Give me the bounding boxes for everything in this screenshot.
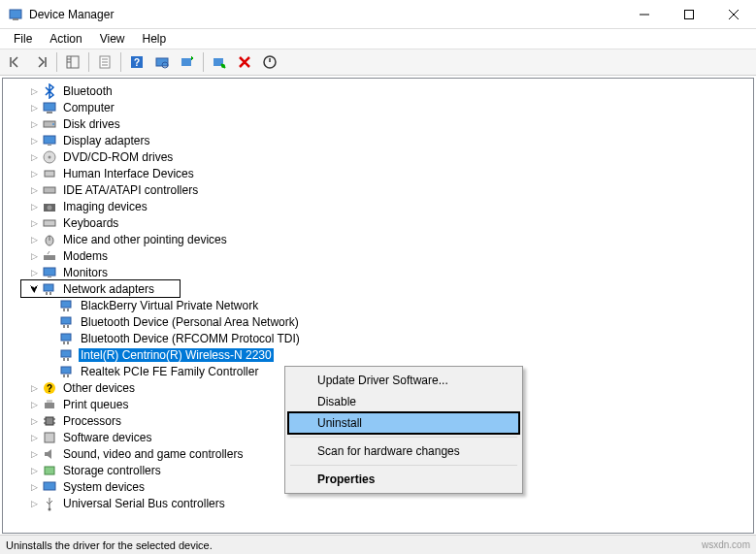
tree-item-monitors[interactable]: ▷ Monitors [3, 264, 753, 280]
tree-label: Mice and other pointing devices [61, 233, 229, 246]
forward-button[interactable] [29, 50, 52, 74]
svg-rect-31 [44, 187, 55, 193]
chevron-right-icon[interactable]: ▷ [26, 479, 42, 495]
svg-text:?: ? [47, 383, 52, 394]
svg-point-20 [221, 64, 225, 68]
ctx-disable[interactable]: Disable [288, 391, 519, 412]
tree-item-bluetooth-pan[interactable]: Bluetooth Device (Personal Area Network) [3, 313, 753, 330]
chevron-right-icon[interactable]: ▷ [26, 248, 42, 264]
svg-rect-39 [44, 268, 55, 276]
chevron-right-icon[interactable]: ▷ [26, 496, 42, 511]
chevron-right-icon[interactable]: ▷ [26, 182, 42, 198]
tree-item-network-adapters[interactable]: ⮟ Network adapters [3, 280, 753, 297]
watermark: wsxdn.com [702, 539, 750, 550]
chevron-right-icon[interactable]: ▷ [26, 380, 42, 396]
help-button[interactable]: ? [125, 50, 148, 74]
uninstall-device-button[interactable] [233, 50, 256, 74]
network-adapter-icon [59, 331, 75, 346]
svg-rect-55 [67, 358, 69, 361]
chevron-right-icon[interactable]: ▷ [26, 83, 42, 99]
menu-file[interactable]: File [6, 30, 40, 48]
chevron-right-icon[interactable]: ▷ [26, 215, 42, 231]
chevron-down-icon[interactable]: ⮟ [26, 281, 42, 297]
ctx-properties[interactable]: Properties [288, 469, 519, 490]
scan-hardware-button[interactable] [150, 50, 174, 74]
disable-device-button[interactable] [208, 50, 231, 74]
tree-item-bluetooth[interactable]: ▷ Bluetooth [3, 82, 753, 99]
menu-view[interactable]: View [92, 30, 133, 48]
tree-item-hid[interactable]: ▷ Human Interface Devices [3, 165, 753, 181]
mouse-icon [42, 232, 57, 247]
svg-rect-51 [63, 342, 65, 344]
close-button[interactable] [711, 0, 756, 29]
tree-label: Sound, video and game controllers [61, 447, 245, 461]
speaker-icon [42, 446, 57, 462]
chevron-right-icon[interactable]: ▷ [26, 166, 42, 181]
tree-label: Monitors [61, 266, 110, 279]
svg-rect-48 [63, 325, 65, 328]
tree-item-keyboards[interactable]: ▷ Keyboards [3, 214, 753, 231]
svg-rect-61 [45, 403, 54, 408]
svg-rect-53 [61, 350, 71, 357]
svg-rect-43 [49, 292, 51, 295]
chevron-right-icon[interactable]: ▷ [26, 446, 42, 462]
tree-label: Disk drives [61, 117, 122, 131]
chevron-right-icon[interactable]: ▷ [26, 133, 42, 148]
enable-device-button[interactable] [258, 50, 281, 74]
chevron-right-icon[interactable]: ▷ [26, 149, 42, 165]
chevron-right-icon[interactable]: ▷ [26, 116, 42, 132]
tree-item-imaging[interactable]: ▷ Imaging devices [3, 198, 753, 214]
svg-rect-0 [10, 10, 21, 18]
tree-item-disk-drives[interactable]: ▷ Disk drives [3, 115, 753, 132]
tree-item-computer[interactable]: ▷ Computer [3, 99, 753, 115]
tree-item-dvd-cdrom[interactable]: ▷ DVD/CD-ROM drives [3, 148, 753, 165]
tree-item-usb[interactable]: ▷ Universal Serial Bus controllers [3, 495, 753, 511]
chevron-right-icon[interactable]: ▷ [26, 232, 42, 247]
update-driver-button[interactable] [176, 50, 199, 74]
maximize-button[interactable] [667, 0, 711, 29]
properties-button[interactable] [93, 50, 116, 74]
svg-rect-54 [63, 358, 65, 361]
statusbar: Uninstalls the driver for the selected d… [0, 535, 756, 554]
tree-label: DVD/CD-ROM drives [61, 150, 175, 164]
ctx-update-driver[interactable]: Update Driver Software... [288, 370, 519, 391]
svg-rect-56 [61, 367, 71, 374]
svg-rect-50 [61, 334, 71, 341]
tree-item-bluetooth-rfcomm[interactable]: Bluetooth Device (RFCOMM Protocol TDI) [3, 330, 753, 346]
ctx-uninstall[interactable]: Uninstall [287, 411, 520, 435]
tree-item-modems[interactable]: ▷ Modems [3, 247, 753, 264]
chevron-right-icon[interactable]: ▷ [26, 265, 42, 280]
tree-item-display-adapters[interactable]: ▷ Display adapters [3, 132, 753, 148]
chevron-right-icon[interactable]: ▷ [26, 413, 42, 429]
chevron-right-icon[interactable]: ▷ [26, 100, 42, 115]
computer-icon [42, 100, 57, 115]
tree-item-blackberry-vpn[interactable]: BlackBerry Virtual Private Network [3, 297, 753, 313]
menu-help[interactable]: Help [135, 30, 175, 48]
svg-rect-45 [63, 309, 65, 311]
chevron-right-icon[interactable]: ▷ [26, 463, 42, 478]
tree-item-intel-centrino[interactable]: Intel(R) Centrino(R) Wireless-N 2230 [3, 346, 753, 363]
svg-rect-18 [181, 58, 191, 66]
modem-icon [42, 248, 57, 264]
chevron-right-icon[interactable]: ▷ [26, 397, 42, 412]
svg-rect-46 [67, 309, 69, 311]
network-adapter-icon [59, 347, 75, 363]
svg-rect-58 [67, 375, 69, 377]
tree-item-ide[interactable]: ▷ IDE ATA/ATAPI controllers [3, 181, 753, 198]
svg-rect-27 [48, 145, 51, 146]
tree-label: Storage controllers [61, 464, 163, 477]
svg-rect-49 [67, 325, 69, 328]
svg-rect-57 [63, 375, 65, 377]
tree-item-mice[interactable]: ▷ Mice and other pointing devices [3, 231, 753, 247]
chevron-right-icon[interactable]: ▷ [26, 430, 42, 445]
svg-rect-1 [13, 18, 18, 20]
ctx-scan-hardware[interactable]: Scan for hardware changes [288, 440, 519, 462]
menu-action[interactable]: Action [42, 30, 89, 48]
show-hide-tree-button[interactable] [61, 50, 84, 74]
minimize-button[interactable] [622, 0, 667, 29]
chevron-right-icon[interactable]: ▷ [26, 199, 42, 214]
svg-rect-22 [44, 103, 55, 111]
back-button[interactable] [4, 50, 27, 74]
svg-text:?: ? [134, 57, 140, 68]
svg-rect-30 [45, 171, 54, 177]
